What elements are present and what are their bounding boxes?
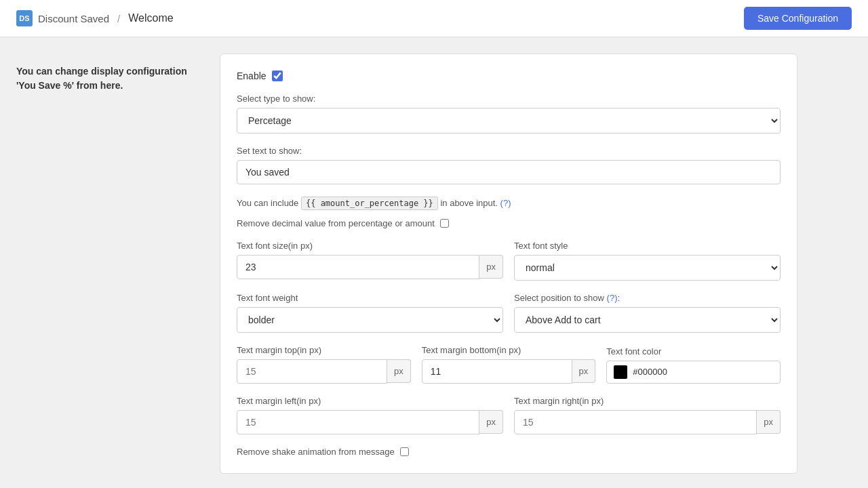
font-weight-dropdown[interactable]: normal bold bolder lighter: [237, 307, 503, 333]
margin-bottom-group: Text margin bottom(in px) px: [422, 345, 596, 384]
remove-shake-checkbox[interactable]: [400, 447, 409, 456]
margin-left-input-wrapper: px: [237, 410, 503, 434]
font-size-group: Text font size(in px) px: [237, 241, 503, 281]
font-weight-group: Text font weight normal bold bolder ligh…: [237, 293, 503, 333]
margin-top-input-wrapper: px: [237, 359, 411, 384]
header: DS Discount Saved / Welcome Save Configu…: [0, 0, 868, 37]
margin-bottom-input-wrapper: px: [422, 359, 596, 384]
margin-left-group: Text margin left(in px) px: [237, 396, 503, 434]
breadcrumb-separator: /: [117, 13, 120, 24]
margin-bottom-label: Text margin bottom(in px): [422, 345, 596, 355]
font-style-label: Text font style: [514, 241, 781, 251]
select-position-dropdown[interactable]: Above Add to cart Below Add to cart Befo…: [514, 307, 781, 333]
margin-left-input[interactable]: [237, 410, 479, 434]
select-position-label: Select position to show (?):: [514, 293, 781, 303]
margin-top-label: Text margin top(in px): [237, 345, 411, 355]
margin-top-group: Text margin top(in px) px: [237, 345, 411, 384]
set-text-input[interactable]: [237, 160, 781, 184]
main-content: You can change display configuration 'Yo…: [0, 37, 814, 488]
font-weight-position-row: Text font weight normal bold bolder ligh…: [237, 293, 781, 333]
select-type-label: Select type to show:: [237, 94, 781, 104]
font-style-group: Text font style normal italic oblique: [514, 241, 781, 281]
font-color-label: Text font color: [606, 346, 781, 357]
margin-left-suffix: px: [479, 410, 503, 434]
breadcrumb: DS Discount Saved / Welcome: [16, 10, 174, 26]
enable-checkbox[interactable]: [272, 70, 283, 81]
font-color-group: Text font color #000000: [606, 346, 781, 384]
select-type-dropdown[interactable]: Percetage Amount Both: [237, 108, 781, 134]
font-color-picker[interactable]: #000000: [606, 361, 781, 384]
font-size-input-wrapper: px: [237, 255, 503, 279]
margin-top-suffix: px: [387, 359, 411, 383]
form-panel: Enable Select type to show: Percetage Am…: [220, 54, 797, 474]
margin-top-input[interactable]: [237, 359, 387, 384]
remove-shake-label: Remove shake animation from message: [237, 447, 395, 457]
margin-bottom-suffix: px: [572, 359, 596, 383]
enable-row: Enable: [237, 70, 781, 81]
breadcrumb-current-page: Welcome: [128, 12, 173, 24]
color-hex-value: #000000: [633, 367, 667, 377]
save-configuration-button[interactable]: Save Configuration: [744, 7, 852, 30]
hint-help-link[interactable]: (?): [500, 198, 511, 208]
hint-row: You can include {{ amount_or_percentage …: [237, 197, 781, 210]
margin-right-label: Text margin right(in px): [514, 396, 781, 406]
sidebar-description: You can change display configuration 'Yo…: [16, 54, 206, 474]
remove-decimal-row: Remove decimal value from percentage or …: [237, 218, 781, 228]
margin-right-input[interactable]: [514, 410, 757, 434]
hint-suffix: in above input.: [440, 198, 500, 208]
margin-right-group: Text margin right(in px) px: [514, 396, 781, 434]
margin-right-suffix: px: [757, 410, 781, 434]
font-size-style-row: Text font size(in px) px Text font style…: [237, 241, 781, 281]
remove-shake-row: Remove shake animation from message: [237, 447, 781, 457]
sidebar-description-text: You can change display configuration 'Yo…: [16, 64, 206, 93]
select-type-row: Select type to show: Percetage Amount Bo…: [237, 94, 781, 134]
margin-left-right-row: Text margin left(in px) px Text margin r…: [237, 396, 781, 434]
font-style-dropdown[interactable]: normal italic oblique: [514, 255, 781, 281]
breadcrumb-app: Discount Saved: [38, 13, 109, 24]
margin-top-bottom-color-row: Text margin top(in px) px Text margin bo…: [237, 345, 781, 384]
font-size-suffix: px: [479, 255, 503, 279]
hint-code: {{ amount_or_percentage }}: [301, 197, 438, 210]
select-position-group: Select position to show (?): Above Add t…: [514, 293, 781, 333]
margin-bottom-input[interactable]: [422, 359, 572, 384]
set-text-row: Set text to show:: [237, 146, 781, 184]
font-weight-label: Text font weight: [237, 293, 503, 303]
margin-right-input-wrapper: px: [514, 410, 781, 434]
remove-decimal-checkbox[interactable]: [440, 219, 449, 228]
select-position-help-link[interactable]: (?): [607, 293, 618, 303]
font-size-label: Text font size(in px): [237, 241, 503, 251]
remove-decimal-label: Remove decimal value from percentage or …: [237, 218, 435, 228]
set-text-label: Set text to show:: [237, 146, 781, 156]
font-size-input[interactable]: [237, 255, 479, 279]
margin-left-label: Text margin left(in px): [237, 396, 503, 406]
enable-label: Enable: [237, 70, 267, 81]
color-swatch: [614, 365, 627, 379]
hint-prefix: You can include: [237, 198, 298, 208]
app-icon: DS: [16, 10, 33, 26]
